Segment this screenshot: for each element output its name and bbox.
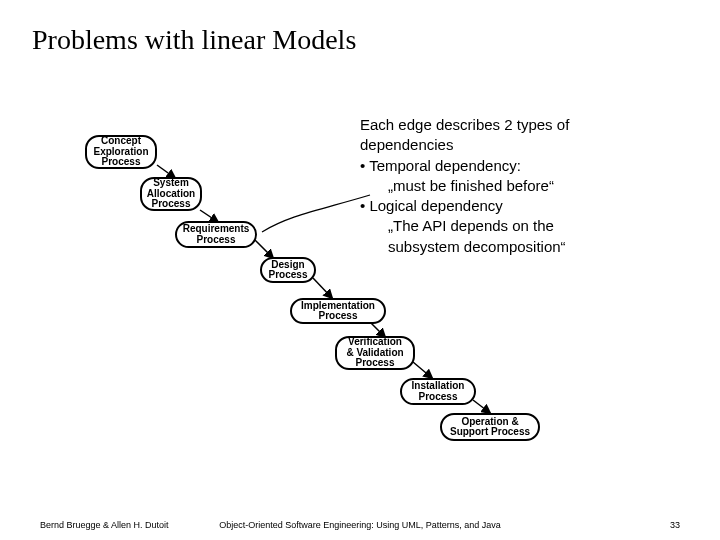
node-requirements: RequirementsProcess	[175, 221, 257, 248]
arrow-design-impl	[313, 278, 332, 298]
arrow-req-design	[255, 240, 273, 258]
node-operation-support: Operation &Support Process	[440, 413, 540, 441]
arrow-verif-install	[413, 362, 432, 378]
callout-curve	[262, 195, 370, 232]
desc-line-1: Each edge describes 2 types of	[360, 115, 690, 135]
node-implementation: ImplementationProcess	[290, 298, 386, 324]
desc-line-4: „must be finished before“	[360, 176, 690, 196]
desc-line-6: „The API depends on the	[360, 216, 690, 236]
description-block: Each edge describes 2 types of dependenc…	[360, 115, 690, 257]
arrow-install-ops	[473, 400, 490, 413]
node-design: DesignProcess	[260, 257, 316, 283]
node-verification: Verification& ValidationProcess	[335, 336, 415, 370]
desc-line-5: • Logical dependency	[360, 196, 690, 216]
desc-line-3: • Temporal dependency:	[360, 156, 690, 176]
desc-line-2: dependencies	[360, 135, 690, 155]
slide-title: Problems with linear Models	[32, 24, 356, 56]
node-concept-exploration: ConceptExplorationProcess	[85, 135, 157, 169]
desc-line-7: subsystem decomposition“	[360, 237, 690, 257]
node-installation: InstallationProcess	[400, 378, 476, 405]
arrow-impl-verif	[370, 322, 385, 337]
footer-book-title: Object-Oriented Software Engineering: Us…	[0, 520, 720, 530]
node-system-allocation: SystemAllocationProcess	[140, 177, 202, 211]
footer-page-number: 33	[670, 520, 680, 530]
